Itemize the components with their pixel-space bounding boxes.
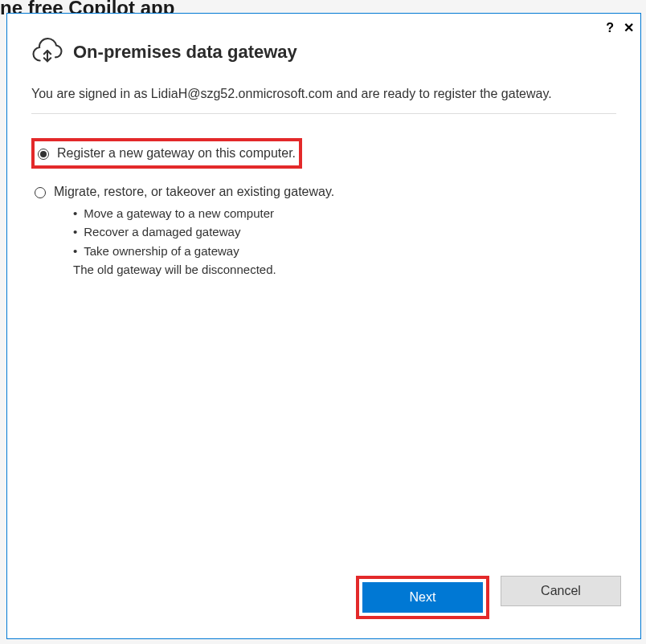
titlebar-controls: ? ✕ [606, 20, 634, 35]
help-icon[interactable]: ? [606, 21, 614, 35]
dialog-content: Register a new gateway on this computer.… [7, 114, 640, 279]
gateway-dialog: ? ✕ On-premises data gateway You are sig… [6, 13, 641, 639]
radio-label: Register a new gateway on this computer. [57, 146, 296, 161]
radio-label: Migrate, restore, or takeover an existin… [54, 185, 334, 199]
migrate-sublist: Move a gateway to a new computer Recover… [31, 204, 616, 279]
signin-status: You are signed in as LidiaH@szg52.onmicr… [31, 76, 616, 114]
list-item: Take ownership of a gateway [73, 242, 616, 260]
dialog-title: On-premises data gateway [73, 42, 297, 63]
radio-icon [35, 187, 46, 198]
highlighted-register-option: Register a new gateway on this computer. [31, 138, 302, 169]
radio-icon [38, 149, 49, 160]
cancel-button[interactable]: Cancel [501, 576, 621, 606]
cloud-upload-icon [31, 36, 63, 68]
highlighted-next-button: Next [356, 576, 489, 619]
list-item: Recover a damaged gateway [73, 222, 616, 241]
radio-register-gateway[interactable]: Register a new gateway on this computer. [35, 141, 299, 165]
migrate-note: The old gateway will be disconnected. [73, 260, 616, 279]
dialog-footer: Next Cancel [7, 556, 640, 638]
dialog-header: On-premises data gateway [7, 14, 640, 76]
close-icon[interactable]: ✕ [624, 20, 634, 35]
next-button[interactable]: Next [362, 582, 483, 613]
radio-migrate-gateway[interactable]: Migrate, restore, or takeover an existin… [31, 180, 616, 204]
list-item: Move a gateway to a new computer [73, 204, 616, 222]
